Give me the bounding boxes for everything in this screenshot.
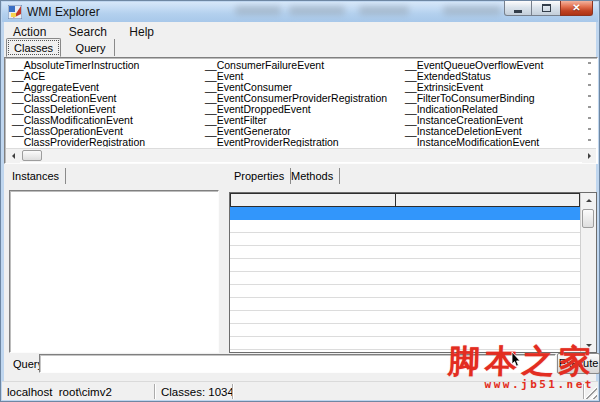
clipped-column-slivers <box>588 62 591 148</box>
menu-bar: Action Search Help <box>4 22 596 39</box>
scroll-up-button[interactable] <box>581 193 596 207</box>
grid-vscrollbar[interactable] <box>580 193 596 352</box>
status-connection: localhost root\cimv2 <box>2 384 155 399</box>
window-title: WMI Explorer <box>27 5 100 19</box>
class-list-row: __AbsoluteTimerInstruction__ConsumerFail… <box>7 60 595 71</box>
watermark-smudge <box>359 6 409 15</box>
watermark-smudge <box>443 6 501 15</box>
tab-methods[interactable]: Methods <box>289 168 340 184</box>
wmi-explorer-window: WMI Explorer ✕ Action Search Help Classe… <box>0 0 600 402</box>
main-tab-strip: Classes Query <box>6 38 115 58</box>
maximize-button[interactable] <box>532 1 560 16</box>
grid-row[interactable] <box>230 272 580 285</box>
properties-grid[interactable] <box>229 192 597 353</box>
arrow-left-icon <box>9 153 15 159</box>
instances-label: Instances <box>10 168 66 184</box>
class-item[interactable]: __EventProviderRegistration <box>205 137 339 147</box>
class-item[interactable]: __InstanceModificationEvent <box>405 137 539 147</box>
grid-row[interactable] <box>230 246 580 259</box>
maximize-icon <box>542 4 551 12</box>
caption-buttons: ✕ <box>504 1 593 16</box>
grid-row[interactable] <box>230 324 580 337</box>
close-button[interactable]: ✕ <box>560 1 593 16</box>
class-list-rows: __AbsoluteTimerInstruction__ConsumerFail… <box>7 60 595 147</box>
watermark-smudge <box>235 6 281 15</box>
close-icon: ✕ <box>572 3 580 13</box>
watermark-smudge <box>289 6 345 15</box>
class-list-hscrollbar[interactable] <box>6 148 596 162</box>
grid-header <box>230 193 580 207</box>
minimize-button[interactable] <box>504 1 532 16</box>
client-area: Action Search Help Classes Query __Absol… <box>4 22 596 381</box>
grid-row[interactable] <box>230 259 580 272</box>
grid-row[interactable] <box>230 220 580 233</box>
grid-row[interactable] <box>230 233 580 246</box>
watermark-url: www.jb51.net <box>485 378 594 391</box>
grid-row[interactable] <box>230 298 580 311</box>
grid-row[interactable] <box>230 285 580 298</box>
tab-query[interactable]: Query <box>68 39 115 56</box>
app-icon <box>8 5 22 19</box>
screenshot: WMI Explorer ✕ Action Search Help Classe… <box>0 0 600 402</box>
minimize-icon <box>514 10 522 13</box>
class-item[interactable]: __ClassProviderRegistration <box>12 137 145 147</box>
menu-help[interactable]: Help <box>120 23 163 41</box>
class-list[interactable]: __AbsoluteTimerInstruction__ConsumerFail… <box>4 57 598 164</box>
vscroll-thumb[interactable] <box>582 209 594 228</box>
instances-list[interactable] <box>9 190 219 353</box>
arrow-up-icon <box>586 196 592 202</box>
scroll-left-button[interactable] <box>6 149 20 163</box>
hscroll-thumb[interactable] <box>22 150 42 161</box>
grid-row[interactable] <box>230 311 580 324</box>
grid-header-cell[interactable] <box>395 193 580 207</box>
class-list-row: __ClassProviderRegistration__EventProvid… <box>7 137 595 147</box>
grid-row-selected[interactable] <box>230 207 580 220</box>
tab-classes[interactable]: Classes <box>6 38 61 57</box>
grid-header-cell[interactable] <box>230 193 396 207</box>
status-class-count: Classes: 1034 <box>156 384 233 399</box>
arrow-right-icon <box>588 153 594 159</box>
tab-properties[interactable]: Properties <box>232 168 291 184</box>
mouse-cursor-icon <box>511 352 523 368</box>
scroll-right-button[interactable] <box>582 149 596 163</box>
grid-rows <box>230 207 580 352</box>
